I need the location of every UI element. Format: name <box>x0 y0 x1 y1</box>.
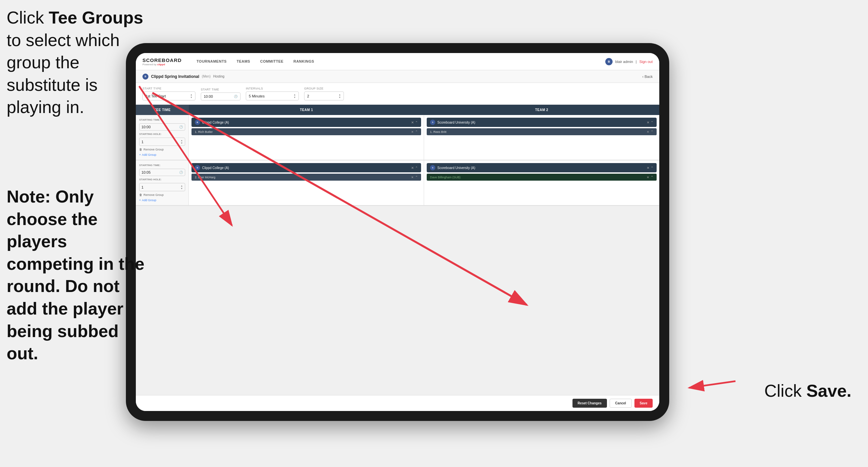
remove-team1-2[interactable]: ✕ <box>411 166 414 170</box>
clock-icon-1: 🕐 <box>179 125 183 128</box>
col-team2: Team 2 <box>424 105 659 115</box>
remove-team2-2[interactable]: ✕ <box>647 166 649 170</box>
tablet-frame: SCOREBOARD Powered by clippd TOURNAMENTS… <box>126 43 669 421</box>
sub-header-left: B Clippd Spring Invitational (Men) Hosti… <box>143 74 642 80</box>
nav-committee[interactable]: COMMITTEE <box>255 53 288 70</box>
start-type-label: Start Type <box>143 87 195 90</box>
remove-player-rich[interactable]: ✕ <box>411 130 414 134</box>
tablet-screen: SCOREBOARD Powered by clippd TOURNAMENTS… <box>136 53 659 411</box>
starting-hole-input-2[interactable]: 1 ▲ ▼ <box>139 183 185 191</box>
start-time-input[interactable]: 10:00 🕐 <box>201 92 241 100</box>
remove-team2-1[interactable]: ✕ <box>647 121 649 124</box>
starting-hole-label-2: STARTING HOLE: <box>139 178 185 181</box>
main-instruction: Click Tee Groups to select which group t… <box>7 7 146 119</box>
logo-clippd: clippd <box>157 63 165 66</box>
intervals-label: Intervals <box>246 87 299 90</box>
logo-powered: Powered by clippd <box>143 63 182 66</box>
logo-area: SCOREBOARD Powered by clippd <box>143 57 182 66</box>
starting-time-label-2: STARTING TIME: <box>139 164 185 167</box>
team2-cell-2: S Scoreboard University (A) ✕ ⌃ Dave Bil… <box>424 160 659 205</box>
group-size-stepper: ▲ ▼ <box>339 93 341 98</box>
hole-stepper-2: ▲ ▼ <box>181 185 183 189</box>
navbar: SCOREBOARD Powered by clippd TOURNAMENTS… <box>136 53 659 70</box>
expand-team1-1[interactable]: ⌃ <box>415 121 418 124</box>
starting-time-input-1[interactable]: 10:00 🕐 <box>139 123 185 130</box>
group-left-1: STARTING TIME: 10:00 🕐 STARTING HOLE: 1 … <box>136 115 189 160</box>
add-group-button-1[interactable]: + Add Group <box>139 153 185 156</box>
start-type-group: Start Type 1st Tee Start ▲ ▼ <box>143 87 195 100</box>
team2-avatar-2: S <box>430 165 435 170</box>
starting-time-input-2[interactable]: 10:05 🕐 <box>139 169 185 176</box>
nav-tournaments[interactable]: TOURNAMENTS <box>191 53 231 70</box>
nav-rankings[interactable]: RANKINGS <box>288 53 319 70</box>
separator: | <box>636 60 637 64</box>
group-size-group: Group Size 2 ▲ ▼ <box>304 87 344 100</box>
remove-player-dave[interactable]: ✕ <box>647 176 649 179</box>
team1-avatar-1: B <box>195 120 200 125</box>
intervals-stepper: ▲ ▼ <box>293 93 296 98</box>
table-header: Tee Time Team 1 Team 2 <box>136 105 659 115</box>
hosting-badge: Hosting <box>213 75 224 78</box>
team1-avatar-2: B <box>195 165 200 170</box>
expand-team2-2[interactable]: ⌃ <box>651 166 653 170</box>
team2-avatar-1: S <box>430 120 435 125</box>
starting-hole-input-1[interactable]: 1 ▲ ▼ <box>139 138 185 146</box>
remove-group-button-1[interactable]: 🗑 Remove Group <box>139 148 185 151</box>
tournament-gender: (Men) <box>202 75 210 78</box>
starting-time-label-1: STARTING TIME: <box>139 118 185 121</box>
start-time-group: Start Time 10:00 🕐 <box>201 88 241 100</box>
hole-stepper-1: ▲ ▼ <box>181 139 183 144</box>
svg-line-3 <box>689 381 736 388</box>
nav-links: TOURNAMENTS TEAMS COMMITTEE RANKINGS <box>191 53 605 70</box>
nav-right: B blair admin | Sign out <box>605 58 653 65</box>
col-team1: Team 1 <box>189 105 424 115</box>
back-button[interactable]: ‹ Back <box>642 75 653 79</box>
player-rich-butler[interactable]: 1. Rich Butler ✕ ⌃ <box>191 128 421 135</box>
start-type-input[interactable]: 1st Tee Start ▲ ▼ <box>143 91 195 100</box>
expand-team1-2[interactable]: ⌃ <box>415 166 418 170</box>
intervals-input[interactable]: 5 Minutes ▲ ▼ <box>246 91 299 100</box>
nav-teams[interactable]: TEAMS <box>231 53 255 70</box>
sign-out-link[interactable]: Sign out <box>640 60 653 64</box>
remove-team1-1[interactable]: ✕ <box>411 121 414 124</box>
player-dave-billingham[interactable]: Dave Billingham (SUB) ✕ ⌃ <box>427 174 657 181</box>
start-time-label: Start Time <box>201 88 241 91</box>
intervals-group: Intervals 5 Minutes ▲ ▼ <box>246 87 299 100</box>
starting-hole-label-1: STARTING HOLE: <box>139 133 185 136</box>
group-size-input[interactable]: 2 ▲ ▼ <box>304 91 344 100</box>
reset-changes-button[interactable]: Reset Changes <box>572 399 607 408</box>
start-type-stepper: ▲ ▼ <box>190 93 192 98</box>
user-avatar: B <box>605 58 613 65</box>
save-button[interactable]: Save <box>634 399 653 408</box>
table-row: STARTING TIME: 10:05 🕐 STARTING HOLE: 1 … <box>136 160 659 206</box>
content-area: STARTING TIME: 10:00 🕐 STARTING HOLE: 1 … <box>136 115 659 395</box>
cancel-button[interactable]: Cancel <box>610 399 632 408</box>
expand-team2-1[interactable]: ⌃ <box>651 121 653 124</box>
username: blair admin <box>615 60 633 64</box>
team1-card-1[interactable]: B Clippd College (A) ✕ ⌃ <box>191 118 421 127</box>
player-blair-mcharg[interactable]: 2. Blair McHarg ✕ ⌃ <box>191 174 421 181</box>
clock-icon: 🕐 <box>234 95 238 98</box>
remove-group-button-2[interactable]: 🗑 Remove Group <box>139 193 185 197</box>
form-area: Start Type 1st Tee Start ▲ ▼ Start Time … <box>136 83 659 105</box>
group-size-label: Group Size <box>304 87 344 90</box>
team1-cell-2: B Clippd College (A) ✕ ⌃ 2. Blair McHarg… <box>189 160 424 205</box>
logo-text: SCOREBOARD <box>143 57 182 63</box>
remove-player-rees[interactable]: ✕ <box>647 130 649 134</box>
sub-header: B Clippd Spring Invitational (Men) Hosti… <box>136 70 659 83</box>
team2-card-1[interactable]: S Scoreboard University (A) ✕ ⌃ <box>427 118 657 127</box>
player-rees-britt[interactable]: 1. Rees Britt ✕ ⌃ <box>427 128 657 135</box>
team1-card-2[interactable]: B Clippd College (A) ✕ ⌃ <box>191 163 421 172</box>
bottom-bar: Reset Changes Cancel Save <box>136 395 659 411</box>
clock-icon-2: 🕐 <box>179 171 183 174</box>
add-group-button-2[interactable]: + Add Group <box>139 199 185 202</box>
note-instruction: Note: Only choose the players competing … <box>7 185 146 365</box>
click-save-annotation: Click Save. <box>764 381 851 401</box>
table-row: STARTING TIME: 10:00 🕐 STARTING HOLE: 1 … <box>136 115 659 160</box>
remove-player-blair[interactable]: ✕ <box>411 176 414 179</box>
team2-card-2[interactable]: S Scoreboard University (A) ✕ ⌃ <box>427 163 657 172</box>
tournament-name: Clippd Spring Invitational <box>151 74 199 79</box>
team2-cell-1: S Scoreboard University (A) ✕ ⌃ 1. Rees … <box>424 115 659 160</box>
team1-cell-1: B Clippd College (A) ✕ ⌃ 1. Rich Butler … <box>189 115 424 160</box>
